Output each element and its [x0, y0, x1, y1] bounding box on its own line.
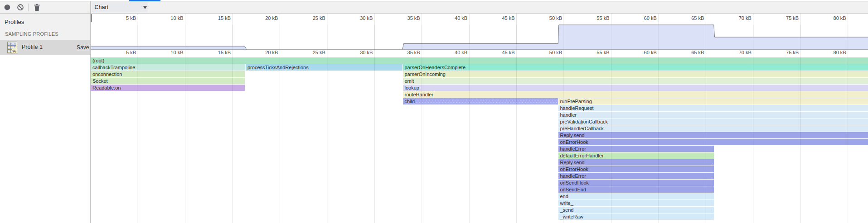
svg-text:%: %	[13, 48, 17, 53]
